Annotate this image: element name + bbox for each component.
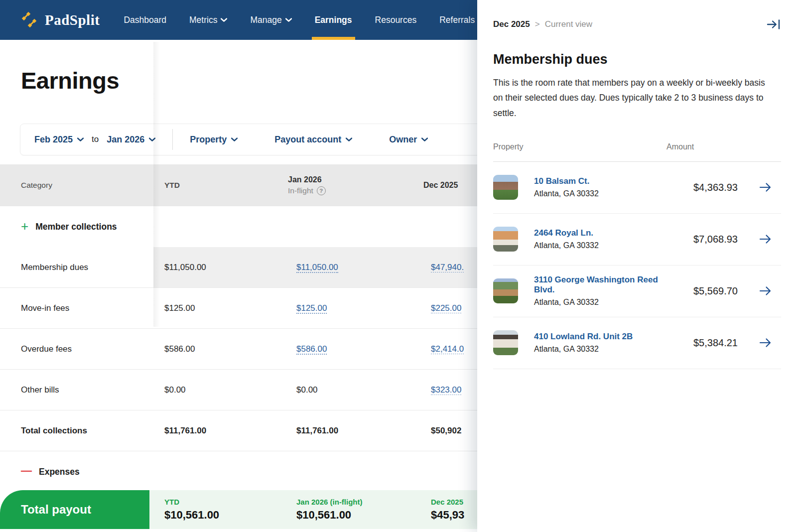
- chevron-down-icon: [231, 137, 238, 141]
- panel-description: This is the room rate that members pay o…: [493, 75, 775, 121]
- chevron-down-icon: [346, 137, 352, 141]
- property-amount: $5,384.21: [679, 337, 759, 349]
- minus-icon: —: [21, 465, 32, 476]
- ytd-value: $11,761.00: [153, 426, 274, 436]
- jan-value-link[interactable]: $11,050.00: [296, 263, 338, 273]
- ytd-value: $586.00: [153, 344, 274, 354]
- nav-manage[interactable]: Manage: [250, 0, 291, 40]
- ytd-value: $125.00: [153, 303, 274, 313]
- property-address: Atlanta, GA 30332: [534, 189, 679, 198]
- padsplit-logo[interactable]: PadSplit: [20, 10, 100, 29]
- dec-value-link[interactable]: $2,414.0: [431, 344, 464, 354]
- plus-icon: +: [21, 220, 28, 233]
- jan-value: $11,761.00: [274, 426, 412, 436]
- jan-value: $0.00: [274, 385, 412, 395]
- date-to-dropdown[interactable]: Jan 2026: [107, 134, 155, 145]
- arrow-right-icon[interactable]: [759, 337, 772, 348]
- padsplit-keys-icon: [20, 10, 39, 29]
- amount-header: Amount: [666, 142, 781, 151]
- property-photo[interactable]: [493, 278, 518, 303]
- chevron-down-icon: [285, 18, 292, 22]
- panel-title: Membership dues: [493, 52, 781, 67]
- dec-value-link[interactable]: $47,940.: [431, 263, 464, 272]
- property-amount: $7,068.93: [679, 234, 759, 245]
- total-payout-label-block: Total payout: [0, 490, 149, 529]
- property-address: Atlanta, GA 30332: [534, 298, 679, 307]
- property-amount: $4,363.93: [679, 182, 759, 193]
- in-flight-label: In-flight: [288, 186, 313, 195]
- property-header: Property: [493, 142, 666, 151]
- nav-items: Dashboard Metrics Manage Earnings Resour…: [124, 0, 485, 40]
- chevron-down-icon: [421, 137, 428, 141]
- property-address: Atlanta, GA 30332: [534, 241, 679, 250]
- nav-resources[interactable]: Resources: [375, 0, 417, 40]
- panel-list-header: Property Amount: [493, 142, 781, 162]
- ytd-value: $11,050.00: [153, 263, 274, 272]
- filter-divider: [172, 129, 173, 150]
- collapse-panel-button[interactable]: [766, 18, 781, 31]
- date-from-dropdown[interactable]: Feb 2025: [34, 134, 84, 145]
- col-category: Category: [0, 181, 153, 190]
- payout-jan: Jan 2026 (in-flight) $10,561.00: [274, 498, 412, 522]
- payout-ytd: YTD $10,561.00: [149, 498, 274, 522]
- owner-filter-dropdown[interactable]: Owner: [389, 134, 428, 145]
- property-link[interactable]: 2464 Royal Ln.: [534, 228, 679, 238]
- property-photo[interactable]: [493, 330, 518, 355]
- dec-value-link[interactable]: $323.00: [431, 385, 461, 395]
- help-icon[interactable]: ?: [317, 186, 326, 195]
- col-jan-2026: Jan 2026 In-flight ?: [274, 175, 412, 195]
- to-label: to: [92, 134, 99, 144]
- row-label: Total collections: [0, 410, 153, 451]
- col-ytd: YTD: [153, 181, 274, 190]
- property-row[interactable]: 3110 George Washington Reed Blvd. Atlant…: [493, 266, 781, 317]
- property-photo[interactable]: [493, 227, 518, 252]
- row-label: Overdue fees: [0, 329, 153, 369]
- row-label: Membership dues: [0, 247, 153, 287]
- arrow-right-icon[interactable]: [759, 182, 772, 193]
- earnings-page: PadSplit Dashboard Metrics Manage Earnin…: [0, 0, 797, 532]
- active-tab-underline: [312, 37, 355, 40]
- detail-panel: Dec 2025 > Current view Membership dues …: [477, 0, 797, 532]
- nav-metrics[interactable]: Metrics: [189, 0, 227, 40]
- nav-earnings[interactable]: Earnings: [315, 0, 352, 40]
- property-amount: $5,569.70: [679, 285, 759, 297]
- ytd-value: $0.00: [153, 385, 274, 395]
- row-label: Move-in fees: [0, 288, 153, 328]
- property-link[interactable]: 410 Lowland Rd. Unit 2B: [534, 332, 679, 342]
- jan-value-link[interactable]: $586.00: [296, 344, 327, 355]
- breadcrumb: Dec 2025 > Current view: [493, 19, 592, 29]
- property-address: Atlanta, GA 30332: [534, 345, 679, 354]
- chevron-down-icon: [221, 18, 227, 22]
- arrow-right-icon[interactable]: [759, 234, 772, 245]
- property-link[interactable]: 3110 George Washington Reed Blvd.: [534, 275, 679, 295]
- arrow-right-icon[interactable]: [759, 285, 772, 296]
- chevron-down-icon: [77, 137, 84, 141]
- property-row[interactable]: 10 Balsam Ct. Atlanta, GA 30332 $4,363.9…: [493, 162, 781, 214]
- property-row[interactable]: 2464 Royal Ln. Atlanta, GA 30332 $7,068.…: [493, 214, 781, 266]
- property-link[interactable]: 10 Balsam Ct.: [534, 176, 679, 186]
- chevron-down-icon: [149, 137, 155, 141]
- property-photo[interactable]: [493, 175, 518, 200]
- page-title: Earnings: [21, 67, 119, 94]
- row-label: Other bills: [0, 370, 153, 410]
- brand-name: PadSplit: [45, 12, 100, 28]
- property-row[interactable]: 410 Lowland Rd. Unit 2B Atlanta, GA 3033…: [493, 317, 781, 369]
- jan-value-link[interactable]: $125.00: [296, 303, 327, 314]
- dec-value-link[interactable]: $225.00: [431, 303, 461, 313]
- nav-dashboard[interactable]: Dashboard: [124, 0, 166, 40]
- arrow-to-bar-icon: [766, 18, 781, 30]
- payout-account-filter-dropdown[interactable]: Payout account: [274, 134, 352, 145]
- property-filter-dropdown[interactable]: Property: [190, 134, 238, 145]
